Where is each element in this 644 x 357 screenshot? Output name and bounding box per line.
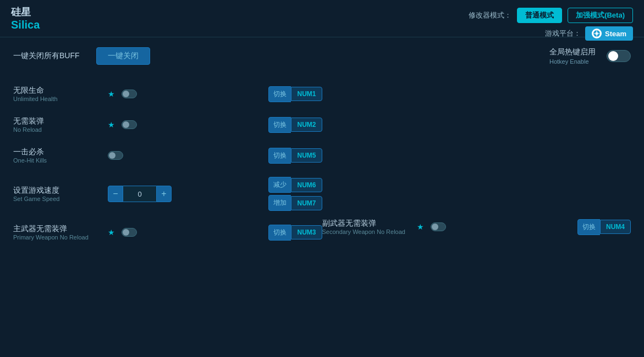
primary-no-reload-hotkey-area: 切换 NUM3 [268,225,322,241]
feature-game-speed: 设置游戏速度 Set Game Speed − 0 + 减少 NUM6 [13,171,322,216]
no-reload-star[interactable]: ★ [108,120,115,129]
one-hit-kills-zh: 一击必杀 [13,147,101,157]
app-container: 硅星 Silica 修改器模式： 普通模式 加强模式(Beta) 游戏平台： [0,0,644,357]
unlimited-health-en: Unlimited Health [13,96,101,102]
one-hit-kills-label: 一击必杀 One-Hit Kills [13,147,101,164]
secondary-no-reload-hotkey-action: 切换 [577,219,600,235]
unlimited-health-label: 无限生命 Unlimited Health [13,86,101,102]
no-reload-toggle-knob [123,121,129,128]
one-hit-kills-en: One-Hit Kills [13,157,101,164]
no-reload-hotkey-action: 切换 [268,117,291,133]
one-hit-kills-hotkey-area: 切换 NUM5 [268,148,322,164]
game-speed-decrease-key: NUM6 [291,178,322,192]
primary-no-reload-toggle[interactable] [122,228,137,237]
unlimited-health-hotkey-area: 切换 NUM1 [268,86,322,102]
game-speed-hotkey-stack: 减少 NUM6 增加 NUM7 [268,177,322,211]
one-hit-kills-hotkey-key: NUM5 [291,148,322,163]
top-bar-right: 全局热键启用 Hotkey Enable [549,47,631,65]
feature-primary-no-reload: 主武器无需装弹 Primary Weapon No Reload ★ 切换 NU… [13,217,322,247]
primary-no-reload-hotkey-btn[interactable]: 切换 NUM3 [268,225,322,241]
hotkey-section: 全局热键启用 Hotkey Enable [549,47,596,65]
game-speed-stepper: − 0 + [108,186,172,202]
svg-point-1 [595,32,598,35]
primary-no-reload-toggle-knob [123,229,129,236]
no-reload-zh: 无需装弹 [13,116,101,126]
mode-beta-button[interactable]: 加强模式(Beta) [568,8,633,23]
feature-one-hit-kills: 一击必杀 One-Hit Kills 切换 NUM5 [13,141,322,170]
unlimited-health-toggle-knob [123,91,129,97]
header-right: 修改器模式： 普通模式 加强模式(Beta) 游戏平台： Steam [469,8,633,41]
no-reload-hotkey-key: NUM2 [291,118,322,132]
hotkey-label-zh: 全局热键启用 [549,47,596,57]
primary-no-reload-label: 主武器无需装弹 Primary Weapon No Reload [13,224,101,241]
game-speed-increase-action: 增加 [268,195,291,211]
secondary-no-reload-star[interactable]: ★ [417,222,424,231]
no-reload-hotkey-area: 切换 NUM2 [268,117,322,133]
no-reload-hotkey-btn[interactable]: 切换 NUM2 [268,117,322,133]
secondary-no-reload-hotkey-key: NUM4 [600,220,631,234]
game-speed-decrease-hotkey[interactable]: 减少 NUM6 [268,177,322,193]
no-reload-label: 无需装弹 No Reload [13,116,101,133]
secondary-no-reload-en: Secondary Weapon No Reload [322,228,410,235]
unlimited-health-hotkey-key: NUM1 [291,87,322,101]
game-speed-label: 设置游戏速度 Set Game Speed [13,186,101,202]
steam-label: Steam [605,30,626,38]
hotkey-toggle[interactable] [607,50,631,62]
modifier-mode-row: 修改器模式： 普通模式 加强模式(Beta) [469,8,633,23]
secondary-no-reload-hotkey-area: 切换 NUM4 [577,219,631,235]
header: 硅星 Silica 修改器模式： 普通模式 加强模式(Beta) 游戏平台： [0,0,644,34]
unlimited-health-toggle[interactable] [122,90,137,98]
no-reload-en: No Reload [13,126,101,133]
platform-row: 游戏平台： Steam [545,26,633,41]
mode-normal-button[interactable]: 普通模式 [517,8,562,23]
feature-unlimited-health: 无限生命 Unlimited Health ★ 切换 NUM1 [13,79,322,109]
platform-label: 游戏平台： [545,29,581,38]
close-all-button[interactable]: 一键关闭 [96,47,150,65]
unlimited-health-hotkey-action: 切换 [268,86,291,102]
one-hit-kills-hotkey-action: 切换 [268,148,291,164]
game-speed-increase-btn[interactable]: + [156,186,172,202]
game-speed-increase-key: NUM7 [291,196,322,210]
unlimited-health-star[interactable]: ★ [108,90,115,98]
unlimited-health-hotkey-btn[interactable]: 切换 NUM1 [268,86,322,102]
one-hit-kills-toggle-knob [109,152,115,159]
close-all-label: 一键关闭所有BUFF [13,51,80,61]
left-column: 无限生命 Unlimited Health ★ 切换 NUM1 [13,79,322,247]
game-speed-decrease-btn[interactable]: − [108,186,123,202]
secondary-no-reload-hotkey-btn[interactable]: 切换 NUM4 [577,219,631,235]
features-columns: 无限生命 Unlimited Health ★ 切换 NUM1 [13,79,631,247]
feature-secondary-no-reload: 副武器无需装弹 Secondary Weapon No Reload ★ 切换 … [322,212,631,242]
game-speed-decrease-action: 减少 [268,177,291,193]
steam-button[interactable]: Steam [585,26,633,41]
steam-icon [592,29,602,38]
game-speed-increase-hotkey[interactable]: 增加 NUM7 [268,195,322,211]
one-hit-kills-hotkey-btn[interactable]: 切换 NUM5 [268,148,322,164]
game-speed-input[interactable]: 0 [123,186,156,202]
game-speed-zh: 设置游戏速度 [13,186,101,196]
secondary-no-reload-zh: 副武器无需装弹 [322,219,410,228]
secondary-no-reload-label: 副武器无需装弹 Secondary Weapon No Reload [322,219,410,235]
hotkey-toggle-knob [608,51,618,61]
right-column: 副武器无需装弹 Secondary Weapon No Reload ★ 切换 … [322,79,631,247]
top-bar: 一键关闭所有BUFF 一键关闭 全局热键启用 Hotkey Enable [13,43,631,69]
primary-no-reload-en: Primary Weapon No Reload [13,234,101,241]
secondary-no-reload-toggle-knob [432,224,438,230]
one-hit-kills-toggle[interactable] [108,151,123,160]
primary-no-reload-hotkey-action: 切换 [268,225,291,241]
no-reload-toggle[interactable] [122,120,137,129]
main-content: 一键关闭所有BUFF 一键关闭 全局热键启用 Hotkey Enable 无限 [0,37,644,357]
modifier-mode-label: 修改器模式： [469,10,511,20]
hotkey-label-en: Hotkey Enable [549,58,589,65]
primary-no-reload-star[interactable]: ★ [108,228,115,237]
secondary-no-reload-toggle[interactable] [431,222,446,231]
primary-no-reload-hotkey-key: NUM3 [291,225,322,239]
game-speed-en: Set Game Speed [13,196,101,202]
top-bar-left: 一键关闭所有BUFF 一键关闭 [13,47,150,65]
feature-no-reload: 无需装弹 No Reload ★ 切换 NUM2 [13,110,322,140]
primary-no-reload-zh: 主武器无需装弹 [13,224,101,234]
unlimited-health-zh: 无限生命 [13,86,101,96]
